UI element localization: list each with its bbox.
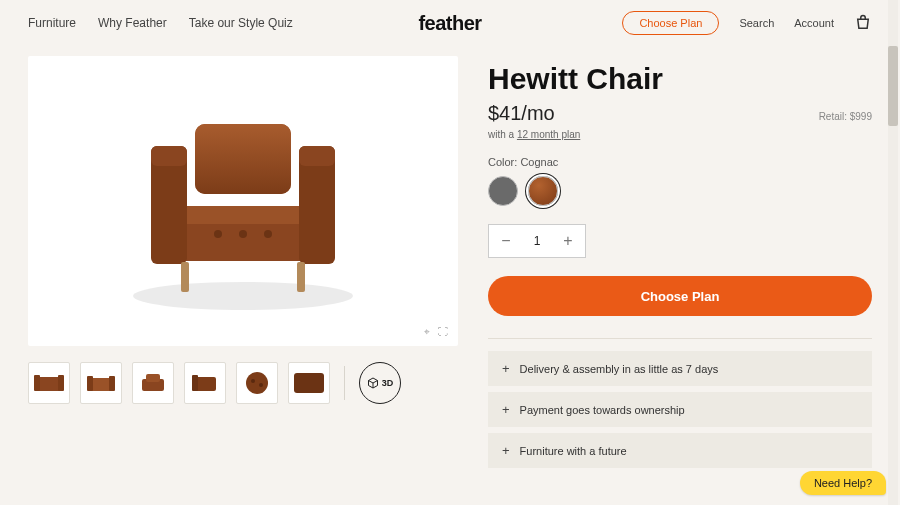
nav-link-quiz[interactable]: Take our Style Quiz xyxy=(189,16,293,30)
quantity-increment-button[interactable]: + xyxy=(551,224,585,258)
plan-link[interactable]: 12 month plan xyxy=(517,129,580,140)
top-nav: Furniture Why Feather Take our Style Qui… xyxy=(0,0,900,46)
svg-rect-21 xyxy=(146,374,160,382)
svg-rect-19 xyxy=(109,376,115,391)
accordion-item-label: Payment goes towards ownership xyxy=(520,404,685,416)
product-price: $41/mo xyxy=(488,102,555,125)
product-title: Hewitt Chair xyxy=(488,62,872,96)
svg-point-11 xyxy=(264,230,272,238)
ar-icon[interactable]: ⌖ xyxy=(424,326,430,338)
svg-point-10 xyxy=(239,230,247,238)
svg-rect-8 xyxy=(195,124,291,194)
swatch-cognac[interactable] xyxy=(528,176,558,206)
choose-plan-button[interactable]: Choose Plan xyxy=(488,276,872,316)
plus-icon: + xyxy=(502,402,510,417)
divider xyxy=(488,338,872,339)
thumbnail[interactable] xyxy=(132,362,174,404)
thumbnail-separator xyxy=(344,366,345,400)
svg-point-26 xyxy=(259,383,263,387)
color-swatches xyxy=(488,176,872,206)
thumbnail[interactable] xyxy=(236,362,278,404)
plan-note-prefix: with a xyxy=(488,129,517,140)
thumbnail[interactable] xyxy=(184,362,226,404)
help-badge[interactable]: Need Help? xyxy=(800,471,886,495)
accordion-item-delivery[interactable]: + Delivery & assembly in as little as 7 … xyxy=(488,351,872,386)
thumbnail-row: 3D xyxy=(28,362,458,404)
svg-rect-5 xyxy=(151,146,187,166)
swatch-grey[interactable] xyxy=(488,176,518,206)
viewer-column: ⌖ ⛶ 3 xyxy=(28,56,458,468)
color-label: Color: xyxy=(488,156,520,168)
cube-icon xyxy=(367,377,379,389)
quantity-stepper: − 1 + xyxy=(488,224,586,258)
svg-rect-16 xyxy=(58,375,64,391)
expand-icon[interactable]: ⛶ xyxy=(438,326,448,338)
svg-point-9 xyxy=(214,230,222,238)
quantity-row: − 1 + xyxy=(488,224,872,258)
accordion: + Delivery & assembly in as little as 7 … xyxy=(488,351,872,468)
nav-link-account[interactable]: Account xyxy=(794,17,834,29)
thumbnail-3d-label: 3D xyxy=(382,378,394,388)
svg-rect-13 xyxy=(297,262,305,292)
quantity-value: 1 xyxy=(523,234,551,248)
svg-rect-27 xyxy=(294,373,324,393)
logo[interactable]: feather xyxy=(418,12,481,35)
color-value: Cognac xyxy=(520,156,558,168)
accordion-item-label: Furniture with a future xyxy=(520,445,627,457)
svg-point-25 xyxy=(251,379,255,383)
viewer-controls: ⌖ ⛶ xyxy=(424,326,448,338)
accordion-item-label: Delivery & assembly in as little as 7 da… xyxy=(520,363,719,375)
product-viewer[interactable]: ⌖ ⛶ xyxy=(28,56,458,346)
scrollbar-thumb[interactable] xyxy=(888,46,898,126)
accordion-item-future[interactable]: + Furniture with a future xyxy=(488,433,872,468)
thumbnail[interactable] xyxy=(28,362,70,404)
accordion-item-ownership[interactable]: + Payment goes towards ownership xyxy=(488,392,872,427)
plus-icon: + xyxy=(502,361,510,376)
thumbnail[interactable] xyxy=(80,362,122,404)
thumbnail-3d-button[interactable]: 3D xyxy=(359,362,401,404)
cart-icon[interactable] xyxy=(854,14,872,32)
plan-note: with a 12 month plan xyxy=(488,129,872,140)
plus-icon: + xyxy=(502,443,510,458)
main: ⌖ ⛶ 3 xyxy=(0,46,900,468)
product-details: Hewitt Chair $41/mo Retail: $999 with a … xyxy=(488,56,872,468)
quantity-decrement-button[interactable]: − xyxy=(489,224,523,258)
svg-rect-23 xyxy=(192,375,198,391)
svg-rect-15 xyxy=(34,375,40,391)
nav-link-search[interactable]: Search xyxy=(739,17,774,29)
color-row: Color: Cognac xyxy=(488,156,872,206)
svg-point-24 xyxy=(246,372,268,394)
svg-rect-18 xyxy=(87,376,93,391)
svg-point-0 xyxy=(133,282,353,310)
nav-left: Furniture Why Feather Take our Style Qui… xyxy=(28,16,293,30)
thumbnail[interactable] xyxy=(288,362,330,404)
product-image xyxy=(113,86,373,316)
choose-plan-nav-button[interactable]: Choose Plan xyxy=(622,11,719,35)
svg-rect-12 xyxy=(181,262,189,292)
retail-price: Retail: $999 xyxy=(819,111,872,122)
nav-right: Choose Plan Search Account xyxy=(622,11,872,35)
nav-link-furniture[interactable]: Furniture xyxy=(28,16,76,30)
svg-rect-6 xyxy=(299,146,335,166)
nav-link-why[interactable]: Why Feather xyxy=(98,16,167,30)
